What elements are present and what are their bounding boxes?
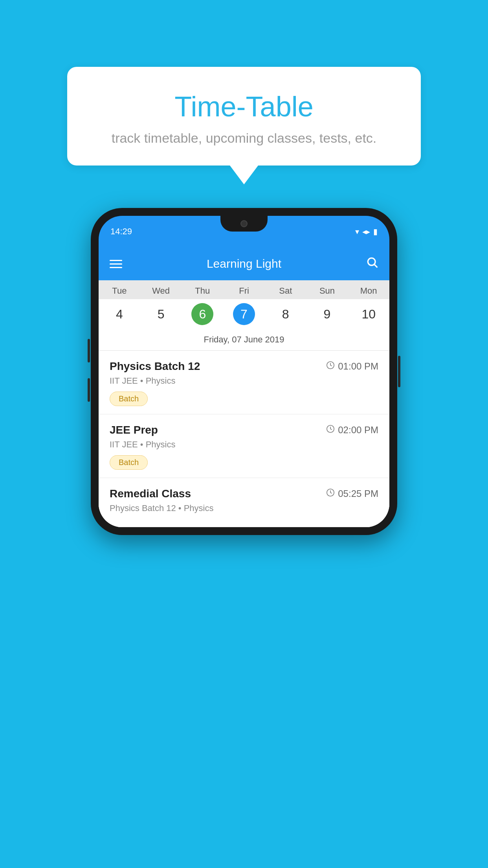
day-col-fri[interactable]: Fri — [223, 280, 265, 299]
speech-bubble-card: Time-Table track timetable, upcoming cla… — [67, 67, 421, 166]
camera — [240, 220, 248, 227]
day-num-4: 4 — [108, 303, 130, 325]
phone-mockup: 14:29 ▾ ◂▸ ▮ Learning Light — [91, 208, 397, 535]
day-num-col-9[interactable]: 9 — [306, 303, 348, 325]
schedule-item-3-header: Remedial Class 05:25 PM — [110, 487, 378, 500]
schedule-item-1-sub: IIT JEE • Physics — [110, 376, 378, 386]
schedule-item-3-title: Remedial Class — [110, 487, 191, 500]
calendar-strip: Tue Wed Thu Fri Sat Sun — [99, 280, 389, 351]
app-title: Learning Light — [207, 257, 281, 270]
schedule-item-2-header: JEE Prep 02:00 PM — [110, 424, 378, 436]
batch-badge-2: Batch — [110, 455, 148, 470]
day-name-mon: Mon — [360, 286, 377, 296]
app-header: Learning Light — [99, 247, 389, 280]
phone-notch — [220, 216, 268, 232]
schedule-item-2-sub: IIT JEE • Physics — [110, 440, 378, 450]
svg-line-1 — [374, 265, 377, 267]
day-num-col-8[interactable]: 8 — [265, 303, 306, 325]
day-numbers-row: 4 5 6 7 8 9 — [99, 299, 389, 331]
clock-icon-3 — [326, 488, 335, 499]
page-subtitle: track timetable, upcoming classes, tests… — [99, 131, 389, 146]
svg-point-0 — [368, 258, 375, 265]
day-num-8: 8 — [275, 303, 297, 325]
schedule-item-2-title: JEE Prep — [110, 424, 158, 436]
status-icons: ▾ ◂▸ ▮ — [355, 227, 378, 236]
day-num-5: 5 — [150, 303, 172, 325]
day-num-col-4[interactable]: 4 — [99, 303, 140, 325]
day-col-sun[interactable]: Sun — [306, 280, 348, 299]
day-num-col-10[interactable]: 10 — [348, 303, 389, 325]
batch-badge-1: Batch — [110, 392, 148, 406]
day-name-sun: Sun — [319, 286, 335, 296]
schedule-list: Physics Batch 12 01:00 PM IIT JEE • P — [99, 351, 389, 527]
schedule-item-1-time: 01:00 PM — [326, 361, 378, 372]
page-title: Time-Table — [99, 90, 389, 123]
day-num-10: 10 — [358, 303, 380, 325]
day-num-6-today: 6 — [191, 303, 213, 325]
day-num-7-selected: 7 — [233, 303, 255, 325]
menu-button[interactable] — [110, 260, 122, 268]
day-col-mon[interactable]: Mon — [348, 280, 389, 299]
volume-down-button — [88, 378, 90, 402]
status-time: 14:29 — [110, 226, 132, 237]
selected-date-label: Friday, 07 June 2019 — [99, 331, 389, 351]
day-name-thu: Thu — [195, 286, 210, 296]
search-button[interactable] — [366, 256, 378, 272]
day-col-thu[interactable]: Thu — [182, 280, 223, 299]
clock-icon-2 — [326, 425, 335, 436]
day-name-tue: Tue — [112, 286, 127, 296]
day-name-wed: Wed — [152, 286, 170, 296]
clock-icon-1 — [326, 361, 335, 372]
status-bar: 14:29 ▾ ◂▸ ▮ — [99, 216, 389, 247]
schedule-item-3[interactable]: Remedial Class 05:25 PM Physics Batch — [99, 478, 389, 527]
day-col-wed[interactable]: Wed — [140, 280, 182, 299]
day-num-col-5[interactable]: 5 — [140, 303, 182, 325]
speech-bubble-arrow — [230, 166, 258, 184]
volume-up-button — [88, 339, 90, 362]
day-col-sat[interactable]: Sat — [265, 280, 306, 299]
battery-icon: ▮ — [373, 227, 378, 236]
schedule-item-1-title: Physics Batch 12 — [110, 360, 200, 373]
day-col-tue[interactable]: Tue — [99, 280, 140, 299]
schedule-item-2[interactable]: JEE Prep 02:00 PM IIT JEE • Physics — [99, 414, 389, 478]
day-num-col-6[interactable]: 6 — [182, 303, 223, 325]
day-name-sat: Sat — [279, 286, 292, 296]
schedule-item-2-time: 02:00 PM — [326, 425, 378, 436]
speech-bubble-section: Time-Table track timetable, upcoming cla… — [67, 67, 421, 184]
schedule-item-3-time: 05:25 PM — [326, 488, 378, 499]
day-num-col-7[interactable]: 7 — [223, 303, 265, 325]
days-header: Tue Wed Thu Fri Sat Sun — [99, 280, 389, 299]
wifi-icon: ▾ — [355, 227, 359, 236]
phone-frame: 14:29 ▾ ◂▸ ▮ Learning Light — [91, 208, 397, 535]
schedule-item-3-sub: Physics Batch 12 • Physics — [110, 503, 378, 513]
schedule-item-1-header: Physics Batch 12 01:00 PM — [110, 360, 378, 373]
schedule-item-1[interactable]: Physics Batch 12 01:00 PM IIT JEE • P — [99, 351, 389, 414]
power-button — [398, 356, 400, 387]
day-name-fri: Fri — [239, 286, 249, 296]
phone-screen: Learning Light Tue Wed — [99, 247, 389, 527]
day-num-9: 9 — [316, 303, 338, 325]
signal-icon: ◂▸ — [362, 227, 370, 236]
